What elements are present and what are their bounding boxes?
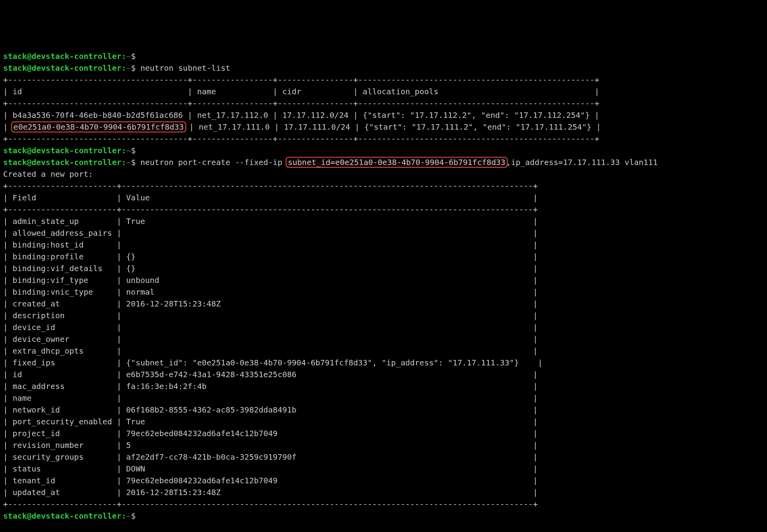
table-row: | binding:host_id | | bbox=[3, 239, 764, 251]
prompt-line: stack@devstack-controller:~$ bbox=[3, 510, 764, 522]
prompt-path: ~ bbox=[126, 63, 131, 73]
prompt-user-host: stack@devstack-controller: bbox=[3, 51, 126, 61]
prompt-user-host: stack@devstack-controller: bbox=[3, 63, 126, 73]
prompt-line: stack@devstack-controller:~$ neutron sub… bbox=[3, 62, 764, 74]
table-row: | b4a3a536-70f4-46eb-b840-b2d5f61ac686 |… bbox=[3, 109, 764, 121]
table-row: | mac_address | fa:16:3e:b4:2f:4b | bbox=[3, 380, 764, 392]
highlighted-subnet-arg: subnet_id=e0e251a0-0e38-4b70-9904-6b791f… bbox=[286, 157, 508, 168]
cmd-prefix: neutron port-create --fixed-ip bbox=[140, 158, 287, 167]
table-row: | device_owner | | bbox=[3, 333, 764, 345]
prompt-dollar: $ bbox=[131, 51, 136, 61]
table-row: | tenant_id | 79ec62ebed084232ad6afe14c1… bbox=[3, 475, 764, 486]
table-row: | admin_state_up | True | bbox=[3, 215, 764, 227]
table-row: | project_id | 79ec62ebed084232ad6afe14c… bbox=[3, 427, 764, 439]
prompt-user-host: stack@devstack-controller: bbox=[3, 158, 126, 167]
table-row: | created_at | 2016-12-28T15:23:48Z | bbox=[3, 298, 764, 310]
table-border: +--------------------------------------+… bbox=[3, 97, 764, 109]
table-row: | binding:profile | {} | bbox=[3, 251, 764, 262]
cmd-suffix: ,ip_address=17.17.111.33 vlan111 bbox=[506, 158, 657, 167]
prompt-path: ~ bbox=[126, 511, 131, 521]
table-row: | description | | bbox=[3, 310, 764, 321]
table-row: | fixed_ips | {"subnet_id": "e0e251a0-0e… bbox=[3, 357, 764, 369]
row-suffix: | net_17.17.111.0 | 17.17.111.0/24 | {"s… bbox=[185, 122, 601, 132]
table-border: +--------------------------------------+… bbox=[3, 74, 764, 86]
prompt-dollar: $ bbox=[131, 146, 136, 155]
highlighted-subnet-id: e0e251a0-0e38-4b70-9904-6b791fcf8d33 bbox=[11, 121, 186, 132]
table-row: | binding:vif_details | {} | bbox=[3, 262, 764, 274]
table-row: | status | DOWN | bbox=[3, 463, 764, 475]
prompt-path: ~ bbox=[126, 158, 131, 167]
table-row: | allowed_address_pairs | | bbox=[3, 227, 764, 239]
table-row: | name | | bbox=[3, 392, 764, 404]
table-border: +-----------------------+---------------… bbox=[3, 180, 764, 192]
table-row: | binding:vif_type | unbound | bbox=[3, 274, 764, 286]
prompt-line: stack@devstack-controller:~$ bbox=[3, 145, 764, 156]
prompt-line: stack@devstack-controller:~$ bbox=[3, 50, 764, 62]
prompt-line: stack@devstack-controller:~$ neutron por… bbox=[3, 156, 764, 168]
table-row: | security_groups | af2e2df7-cc78-421b-b… bbox=[3, 451, 764, 463]
table-row: | port_security_enabled | True | bbox=[3, 416, 764, 427]
status-message: Created a new port: bbox=[3, 168, 764, 180]
command-input: neutron subnet-list bbox=[140, 63, 230, 73]
prompt-dollar: $ bbox=[131, 158, 136, 167]
table-row: | id | e6b7535d-e742-43a1-9428-43351e25c… bbox=[3, 369, 764, 380]
table-row: | extra_dhcp_opts | | bbox=[3, 345, 764, 357]
command-input: neutron port-create --fixed-ip subnet_id… bbox=[140, 158, 657, 167]
table-row: | binding:vnic_type | normal | bbox=[3, 286, 764, 298]
table-border: +--------------------------------------+… bbox=[3, 133, 764, 145]
prompt-dollar: $ bbox=[131, 63, 136, 73]
table-row: | updated_at | 2016-12-28T15:23:48Z | bbox=[3, 486, 764, 498]
table-header: | Field | Value | bbox=[3, 192, 764, 204]
terminal-output[interactable]: stack@devstack-controller:~$ stack@devst… bbox=[3, 50, 764, 522]
prompt-path: ~ bbox=[126, 51, 131, 61]
prompt-path: ~ bbox=[126, 146, 131, 155]
table-row: | device_id | | bbox=[3, 321, 764, 333]
table-row: | e0e251a0-0e38-4b70-9904-6b791fcf8d33 |… bbox=[3, 121, 764, 133]
prompt-user-host: stack@devstack-controller: bbox=[3, 146, 126, 155]
table-row: | network_id | 06f168b2-8555-4362-ac85-3… bbox=[3, 404, 764, 416]
table-border: +-----------------------+---------------… bbox=[3, 204, 764, 215]
table-row: | revision_number | 5 | bbox=[3, 439, 764, 451]
table-header: | id | name | cidr | allocation_pools | bbox=[3, 86, 764, 97]
prompt-user-host: stack@devstack-controller: bbox=[3, 511, 126, 521]
table-border: +-----------------------+---------------… bbox=[3, 498, 764, 510]
prompt-dollar: $ bbox=[131, 511, 136, 521]
